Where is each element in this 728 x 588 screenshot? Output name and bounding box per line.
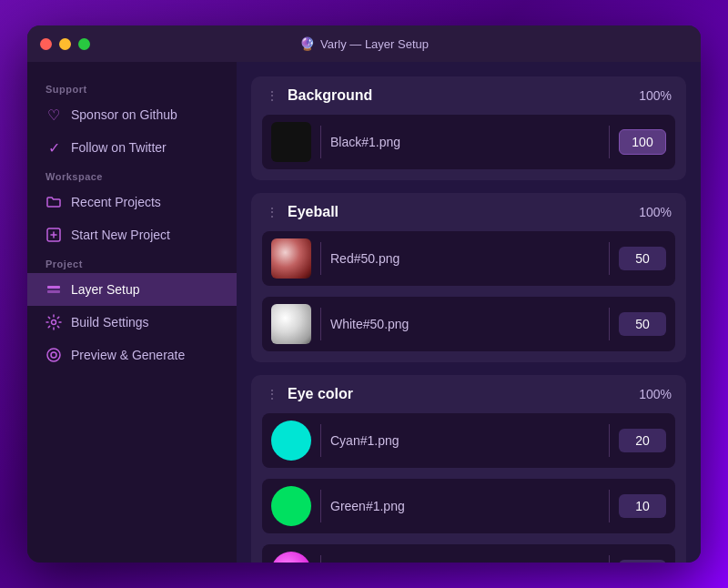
layer-title: Background (288, 87, 372, 104)
maximize-button[interactable] (78, 38, 90, 50)
layer-row: White#50.png 50 (262, 297, 675, 351)
sidebar-item-label: Start New Project (71, 228, 170, 242)
layer-file-name: White#50.png (330, 317, 600, 331)
layer-thumbnail (271, 304, 311, 344)
minimize-button[interactable] (59, 38, 71, 50)
app-icon: 🔮 (299, 36, 315, 51)
layer-row: Red#50.png 50 (262, 231, 675, 286)
preview-icon (46, 347, 62, 363)
window-controls (40, 38, 90, 50)
svg-rect-3 (47, 286, 60, 289)
layer-header-eyeball: ⋮ Eyeball 100% (251, 193, 686, 231)
divider (609, 490, 610, 522)
layer-value[interactable]: 100 (619, 129, 666, 155)
sidebar-section-workspace: Workspace (27, 164, 237, 186)
sidebar-item-label: Recent Projects (71, 195, 161, 209)
sidebar-item-recent[interactable]: Recent Projects (27, 186, 237, 218)
layer-value[interactable]: 20 (619, 429, 666, 452)
layer-value[interactable]: 10 (619, 560, 666, 563)
layer-row: Black#1.png 100 (262, 115, 675, 169)
layer-title: Eye color (288, 386, 353, 402)
divider (609, 424, 610, 457)
sidebar-item-preview[interactable]: Preview & Generate (27, 339, 237, 371)
layer-percent: 100% (639, 387, 672, 401)
layer-thumbnail (271, 486, 311, 526)
layer-thumbnail (271, 552, 311, 563)
sidebar-item-build-settings[interactable]: Build Settings (27, 306, 237, 339)
drag-handle-icon[interactable]: ⋮ (266, 387, 278, 401)
divider (609, 555, 610, 563)
divider (320, 490, 321, 522)
layer-percent: 100% (639, 88, 672, 103)
divider (320, 242, 321, 275)
sidebar-item-label: Layer Setup (71, 282, 140, 297)
sidebar-item-new-project[interactable]: Start New Project (27, 218, 237, 251)
titlebar: 🔮 Varly — Layer Setup (27, 25, 701, 62)
sidebar-section-project: Project (27, 251, 237, 273)
svg-point-7 (51, 352, 56, 358)
sidebar-item-label: Build Settings (71, 315, 149, 329)
layer-section-eyeball: ⋮ Eyeball 100% Red#50.png 50 White#50.pn… (251, 193, 686, 362)
sidebar-item-label: Sponsor on Github (71, 107, 177, 122)
layer-row: Pink#1.png 10 (262, 544, 675, 563)
close-button[interactable] (40, 38, 52, 50)
layer-value[interactable]: 50 (619, 312, 666, 336)
layer-file-name: Cyan#1.png (330, 433, 600, 448)
new-project-icon (46, 227, 62, 243)
layer-thumbnail (271, 238, 311, 279)
layer-file-name: Red#50.png (330, 251, 600, 266)
svg-rect-4 (47, 290, 60, 293)
divider (320, 126, 321, 158)
layer-row: Green#1.png 10 (262, 479, 675, 533)
main-panel: ⋮ Background 100% Black#1.png 100 (237, 62, 701, 563)
layer-file-name: Black#1.png (330, 135, 600, 149)
divider (320, 555, 321, 563)
sidebar-item-sponsor[interactable]: ♡ Sponsor on Github (27, 98, 237, 131)
divider (609, 126, 610, 158)
layer-thumbnail (271, 421, 311, 461)
sidebar-section-support: Support (27, 76, 237, 98)
gear-icon (46, 314, 62, 330)
divider (320, 424, 321, 457)
layer-title: Eyeball (288, 204, 339, 220)
layer-section-background: ⋮ Background 100% Black#1.png 100 (251, 76, 686, 180)
layer-section-eye-color: ⋮ Eye color 100% Cyan#1.png 20 Green#1.p… (251, 375, 686, 563)
window-title: 🔮 Varly — Layer Setup (299, 36, 429, 51)
layer-row: Cyan#1.png 20 (262, 413, 675, 468)
sidebar: Support ♡ Sponsor on Github ✓ Follow on … (27, 62, 237, 563)
layer-file-name: Green#1.png (330, 499, 600, 513)
sidebar-item-label: Follow on Twitter (71, 140, 167, 155)
layer-value[interactable]: 50 (619, 247, 666, 270)
svg-point-6 (47, 349, 60, 361)
layer-setup-icon (46, 281, 62, 298)
window-title-text: Varly — Layer Setup (320, 37, 429, 51)
svg-point-5 (52, 320, 56, 325)
sidebar-item-twitter[interactable]: ✓ Follow on Twitter (27, 131, 237, 164)
layer-value[interactable]: 10 (619, 494, 666, 518)
layer-thumbnail (271, 122, 311, 162)
folder-icon (46, 194, 62, 210)
divider (609, 308, 610, 340)
divider (320, 308, 321, 340)
app-window: 🔮 Varly — Layer Setup Support ♡ Sponsor … (27, 25, 701, 563)
layer-header-background: ⋮ Background 100% (251, 76, 686, 115)
sidebar-item-label: Preview & Generate (71, 348, 185, 362)
heart-icon: ♡ (46, 106, 62, 123)
sidebar-item-layer-setup[interactable]: Layer Setup (27, 273, 237, 306)
layer-header-eye-color: ⋮ Eye color 100% (251, 375, 686, 413)
twitter-icon: ✓ (46, 139, 62, 156)
layer-percent: 100% (639, 205, 672, 219)
drag-handle-icon[interactable]: ⋮ (266, 205, 278, 219)
drag-handle-icon[interactable]: ⋮ (266, 88, 278, 103)
main-content: Support ♡ Sponsor on Github ✓ Follow on … (27, 62, 701, 563)
divider (609, 242, 610, 275)
